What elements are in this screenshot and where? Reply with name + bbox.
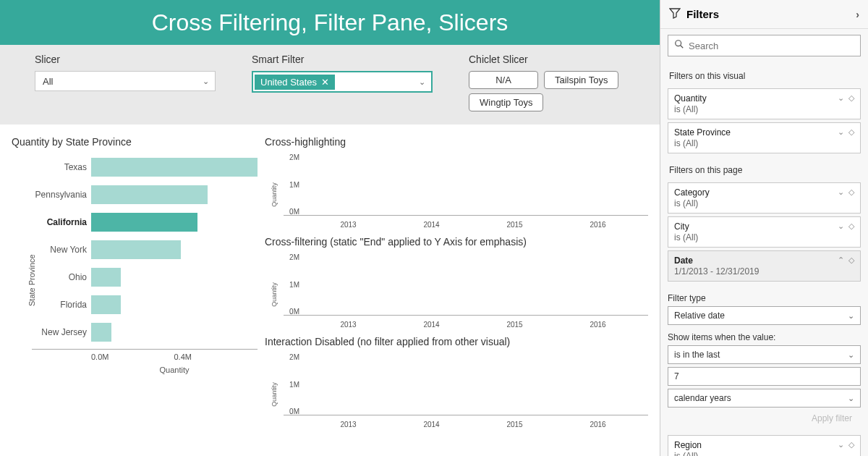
chevron-down-icon[interactable]: ⌄	[838, 187, 844, 197]
hbar-xaxis: 0.0M 0.4M	[32, 349, 258, 361]
filter-card-region[interactable]: Region is (All) ⌄◇	[668, 435, 861, 456]
mini-yaxis-title: Quantity	[271, 182, 278, 207]
search-input[interactable]	[689, 41, 854, 51]
filters-pane: Filters › Filters on this visual Quantit…	[660, 0, 868, 456]
mini-xaxis-tick: 2016	[556, 221, 639, 229]
filters-search[interactable]	[668, 35, 861, 56]
cross-highlight-chart[interactable]: Cross-highlighting Quantity 2M1M0M 20132…	[265, 136, 648, 229]
svg-point-0	[676, 41, 681, 46]
hbar-category-label: Pennsylvania	[32, 190, 87, 200]
filters-title: Filters	[686, 8, 719, 20]
chevron-down-icon: ⌄	[419, 77, 425, 87]
clear-icon[interactable]: ◇	[848, 440, 854, 449]
show-items-label: Show items when the value:	[668, 332, 861, 342]
smart-filter-label: Smart Filter	[252, 54, 433, 65]
mini-xaxis-tick: 2015	[473, 321, 556, 329]
chevron-down-icon[interactable]: ⌄	[838, 221, 844, 231]
slicer-dropdown[interactable]: All ⌄	[35, 71, 216, 91]
hbar-row[interactable]: Pennsylvania	[32, 181, 258, 208]
hbar-xaxis-title: Quantity	[32, 366, 258, 374]
hbar-row[interactable]: Florida	[32, 291, 258, 318]
chevron-down-icon: ⌄	[848, 394, 854, 403]
mini-xaxis-tick: 2014	[390, 421, 473, 428]
chevron-down-icon[interactable]: ⌄	[838, 127, 844, 137]
date-filter-body: Filter type Relative date ⌄ Show items w…	[660, 284, 868, 432]
mini-xaxis-tick: 2013	[307, 221, 390, 229]
hbar-row[interactable]: New York	[32, 236, 258, 263]
filter-card-category[interactable]: Category is (All) ⌄◇	[668, 182, 861, 214]
chevron-down-icon: ⌄	[203, 77, 209, 86]
controls-bar: Slicer All ⌄ Smart Filter United States …	[0, 45, 660, 124]
hbar-row[interactable]: New Jersey	[32, 318, 258, 346]
chiclet-tailspin[interactable]: Tailspin Toys	[544, 71, 618, 89]
filters-header: Filters ›	[660, 0, 868, 29]
smart-filter-tag[interactable]: United States ✕	[255, 75, 335, 90]
chart-subtitle: Cross-highlighting	[265, 136, 648, 148]
tag-label: United States	[260, 77, 317, 88]
chiclet-label: Chiclet Slicer	[469, 54, 618, 65]
chevron-right-icon[interactable]: ›	[856, 9, 859, 20]
mini-yaxis-title: Quantity	[271, 382, 278, 407]
filter-card-quantity[interactable]: Quantity is (All) ⌄◇	[668, 88, 861, 119]
mini-xaxis-tick: 2014	[390, 221, 473, 229]
hbar-category-label: Texas	[32, 162, 87, 172]
chevron-up-icon[interactable]: ⌃	[838, 256, 844, 265]
mini-xaxis-tick: 2015	[473, 421, 556, 428]
hbar-chart[interactable]: State Province TexasPennsylvaniaCaliforn…	[12, 153, 258, 450]
hbar-category-label: New York	[32, 245, 87, 255]
chiclet-wingtip[interactable]: Wingtip Toys	[469, 93, 543, 111]
chevron-down-icon: ⌄	[848, 350, 854, 360]
mini-xaxis-tick: 2015	[473, 221, 556, 229]
hbar-row[interactable]: California	[32, 208, 258, 236]
clear-icon[interactable]: ◇	[848, 221, 854, 231]
cross-filter-chart[interactable]: Cross-filtering (static "End" applied to…	[265, 236, 648, 329]
chevron-down-icon: ⌄	[848, 311, 854, 321]
hbar-row[interactable]: Ohio	[32, 263, 258, 291]
hbar-category-label: California	[32, 217, 87, 227]
filters-section-visual: Filters on this visual	[660, 62, 868, 85]
hbar-row[interactable]: Texas	[32, 153, 258, 181]
chart-subtitle: Cross-filtering (static "End" applied to…	[265, 236, 648, 248]
hbar-category-label: Ohio	[32, 272, 87, 282]
filter-type-select[interactable]: Relative date ⌄	[668, 306, 861, 325]
hbar-category-label: Florida	[32, 300, 87, 310]
mini-yaxis-title: Quantity	[271, 282, 278, 307]
filters-section-page: Filters on this page	[660, 156, 868, 180]
condition-select[interactable]: is in the last ⌄	[668, 345, 861, 364]
filter-card-state[interactable]: State Province is (All) ⌄◇	[668, 122, 861, 153]
mini-xaxis-tick: 2013	[307, 321, 390, 329]
hbar-yaxis-title: State Province	[27, 254, 36, 306]
filter-type-label: Filter type	[668, 293, 861, 303]
chart-subtitle: Interaction Disabled (no filter applied …	[265, 336, 648, 347]
clear-icon[interactable]: ◇	[848, 93, 854, 103]
svg-line-1	[681, 46, 684, 48]
smart-filter-input[interactable]: United States ✕ ⌄	[252, 71, 433, 93]
filter-icon	[669, 7, 681, 21]
clear-icon[interactable]: ◇	[848, 256, 854, 265]
slicer-label: Slicer	[35, 54, 216, 65]
filter-card-city[interactable]: City is (All) ⌄◇	[668, 216, 861, 248]
mini-xaxis-tick: 2014	[390, 321, 473, 329]
chevron-down-icon[interactable]: ⌄	[838, 440, 844, 449]
filter-card-date[interactable]: Date 1/1/2013 - 12/31/2019 ⌃◇	[668, 250, 861, 282]
clear-icon[interactable]: ◇	[848, 127, 854, 137]
chiclet-na[interactable]: N/A	[469, 71, 538, 89]
slicer-value: All	[43, 76, 53, 87]
mini-xaxis-tick: 2016	[556, 321, 639, 329]
apply-filter-link[interactable]: Apply filter	[668, 408, 861, 426]
mini-xaxis-tick: 2016	[556, 421, 639, 428]
relative-number-input[interactable]	[668, 367, 861, 386]
interaction-disabled-chart[interactable]: Interaction Disabled (no filter applied …	[265, 336, 648, 428]
close-icon[interactable]: ✕	[321, 77, 329, 88]
clear-icon[interactable]: ◇	[848, 187, 854, 197]
hbar-category-label: New Jersey	[32, 327, 87, 337]
mini-xaxis-tick: 2013	[307, 421, 390, 428]
search-icon	[674, 39, 684, 52]
unit-select[interactable]: calendar years ⌄	[668, 389, 861, 408]
chevron-down-icon[interactable]: ⌄	[838, 93, 844, 103]
hbar-title: Quantity by State Province	[12, 136, 258, 148]
page-title: Cross Filtering, Filter Pane, Slicers	[0, 0, 660, 45]
